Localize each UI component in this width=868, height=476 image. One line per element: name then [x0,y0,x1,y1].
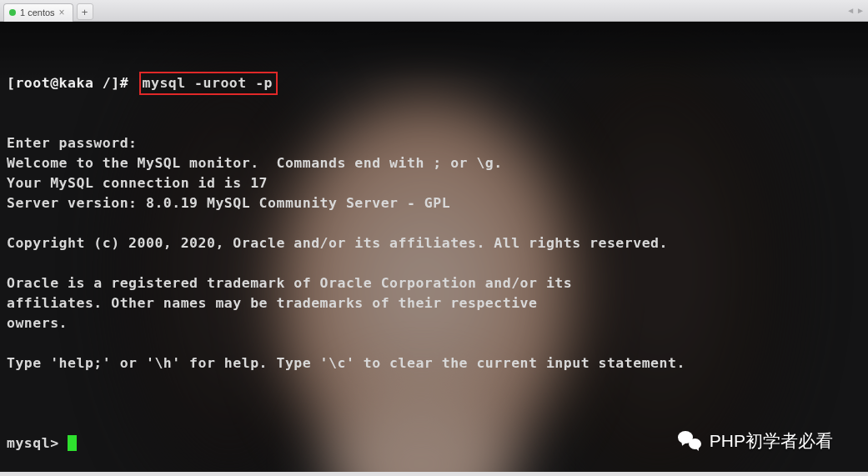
tab-centos[interactable]: 1 centos × [3,3,73,22]
terminal-output-line: Enter password: [7,133,861,153]
terminal[interactable]: [root@kaka /]# mysql -uroot -p Enter pas… [0,22,868,476]
tab-nav-arrows: ◄ ► [846,6,865,15]
watermark-text: PHP初学者必看 [710,429,833,453]
terminal-output-line [7,253,861,273]
terminal-output-line [7,373,861,393]
terminal-output-line [7,213,861,233]
command-highlight: mysql -uroot -p [139,72,278,95]
cursor-icon [68,435,77,451]
terminal-output-line: Your MySQL connection id is 17 [7,173,861,193]
tab-bar: 1 centos × + ◄ ► [0,0,868,22]
terminal-output-line: Oracle is a registered trademark of Orac… [7,273,861,293]
watermark: PHP初学者必看 [678,429,833,453]
wechat-icon [678,431,701,451]
close-tab-button[interactable]: × [59,8,68,18]
terminal-output-line: Copyright (c) 2000, 2020, Oracle and/or … [7,233,861,253]
terminal-output-line [7,333,861,353]
terminal-prompt-line: [root@kaka /]# mysql -uroot -p [7,73,861,93]
terminal-output-line: affiliates. Other names may be trademark… [7,293,861,313]
terminal-output-line: Welcome to the MySQL monitor. Commands e… [7,153,861,173]
status-dot-icon [9,9,16,16]
terminal-output-line: Server version: 8.0.19 MySQL Community S… [7,193,861,213]
terminal-output-line: Type 'help;' or '\h' for help. Type '\c'… [7,353,861,373]
terminal-output-line: owners. [7,313,861,333]
horizontal-scrollbar[interactable] [0,472,868,476]
tab-arrow-left-icon[interactable]: ◄ [846,6,855,15]
shell-prompt: [root@kaka /]# [7,73,138,93]
terminal-container: [root@kaka /]# mysql -uroot -p Enter pas… [0,22,868,476]
tab-label: 1 centos [20,8,55,18]
tab-arrow-right-icon[interactable]: ► [856,6,865,15]
mysql-prompt: mysql> [7,433,68,453]
add-tab-button[interactable]: + [77,3,93,20]
